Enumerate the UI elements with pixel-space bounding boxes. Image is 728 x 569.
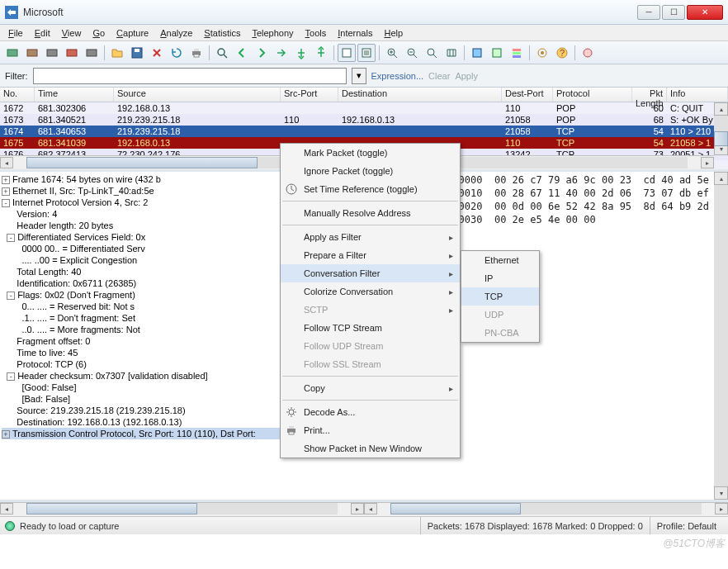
- open-icon[interactable]: [108, 44, 126, 62]
- column-header[interactable]: No.: [0, 88, 35, 102]
- start-icon[interactable]: [43, 44, 61, 62]
- column-header[interactable]: Src-Port: [281, 88, 338, 102]
- clear-button[interactable]: Clear: [428, 71, 450, 81]
- submenu-item[interactable]: Ethernet: [461, 251, 539, 269]
- menu-tools[interactable]: Tools: [300, 27, 332, 39]
- menu-item: Follow SSL Stream: [281, 355, 460, 373]
- table-row[interactable]: 1673681.340521219.239.215.18110192.168.0…: [0, 114, 728, 126]
- column-header[interactable]: Time: [35, 88, 114, 102]
- filter-input[interactable]: [33, 68, 347, 84]
- column-header[interactable]: Source: [114, 88, 281, 102]
- menu-item[interactable]: Ignore Packet (toggle): [281, 162, 460, 180]
- zoomout-icon[interactable]: [403, 44, 421, 62]
- forward-icon[interactable]: [253, 44, 271, 62]
- svg-rect-9: [194, 49, 199, 51]
- menu-item[interactable]: Copy: [281, 379, 460, 397]
- separator: [104, 45, 105, 60]
- menu-edit[interactable]: Edit: [30, 27, 55, 39]
- menu-view[interactable]: View: [57, 27, 87, 39]
- menu-item[interactable]: Conversation Filter: [281, 264, 460, 282]
- autoscroll-icon[interactable]: [357, 44, 376, 62]
- close-file-icon[interactable]: [148, 44, 166, 62]
- goto-icon[interactable]: [272, 44, 291, 62]
- menu-file[interactable]: File: [3, 27, 28, 39]
- context-menu[interactable]: Mark Packet (toggle)Ignore Packet (toggl…: [280, 143, 461, 458]
- separator: [574, 45, 575, 60]
- menu-item[interactable]: Mark Packet (toggle): [281, 144, 460, 162]
- menu-item[interactable]: Apply as Filter: [281, 228, 460, 246]
- column-header[interactable]: Info: [667, 88, 728, 102]
- conversation-filter-submenu[interactable]: EthernetIPTCPUDPPN-CBA: [461, 250, 540, 343]
- menu-telephony[interactable]: Telephony: [247, 27, 298, 39]
- stop-icon[interactable]: [63, 44, 81, 62]
- separator: [333, 45, 334, 60]
- menu-help[interactable]: Help: [379, 27, 408, 39]
- maximize-button[interactable]: ☐: [662, 5, 685, 20]
- save-icon[interactable]: [128, 44, 146, 62]
- help-icon[interactable]: ?: [553, 44, 571, 62]
- menu-item[interactable]: Show Packet in New Window: [281, 439, 460, 458]
- zoom100-icon[interactable]: [423, 44, 441, 62]
- display-filters-icon[interactable]: [488, 44, 506, 62]
- filter-dropdown[interactable]: ▾: [352, 68, 366, 84]
- first-icon[interactable]: [292, 44, 310, 62]
- status-profile[interactable]: Profile: Default: [650, 517, 723, 534]
- menu-item: Follow UDP Stream: [281, 337, 460, 355]
- menu-go[interactable]: Go: [87, 27, 110, 39]
- capture-filters-icon[interactable]: [468, 44, 486, 62]
- hex-scrollbar-h[interactable]: ◂▸: [364, 502, 728, 516]
- submenu-item[interactable]: TCP: [461, 287, 539, 306]
- column-header[interactable]: Dest-Port: [502, 88, 553, 102]
- colorize-icon[interactable]: [338, 44, 356, 62]
- menu-statistics[interactable]: Statistics: [199, 27, 245, 39]
- menu-item[interactable]: Decode As...: [281, 403, 460, 421]
- prefs-icon[interactable]: [533, 44, 551, 62]
- submenu-item[interactable]: IP: [461, 269, 539, 287]
- menu-item[interactable]: Print...: [281, 421, 460, 439]
- menu-item[interactable]: Prepare a Filter: [281, 246, 460, 264]
- extra-icon[interactable]: [579, 44, 597, 62]
- close-button[interactable]: ✕: [687, 5, 723, 20]
- column-header[interactable]: Destination: [338, 88, 502, 102]
- apply-button[interactable]: Apply: [455, 71, 478, 81]
- submenu-item: UDP: [461, 306, 539, 324]
- reload-icon[interactable]: [168, 44, 186, 62]
- packet-columns[interactable]: No.TimeSourceSrc-PortDestinationDest-Por…: [0, 88, 728, 102]
- column-header[interactable]: Protocol: [553, 88, 632, 102]
- expression-button[interactable]: Expression...: [371, 71, 424, 81]
- watermark: @51CTO博客: [663, 537, 725, 551]
- status-led-icon: [5, 521, 15, 531]
- restart-icon[interactable]: [83, 44, 101, 62]
- menu-item[interactable]: Manually Resolve Address: [281, 204, 460, 222]
- menu-item[interactable]: Set Time Reference (toggle): [281, 180, 460, 198]
- submenu-item: PN-CBA: [461, 324, 539, 342]
- resize-cols-icon[interactable]: [442, 44, 461, 62]
- back-icon[interactable]: [233, 44, 251, 62]
- tree-scrollbar-h[interactable]: ◂▸: [0, 502, 364, 516]
- menu-item[interactable]: Colorize Conversation: [281, 282, 460, 301]
- interfaces-icon[interactable]: [3, 44, 21, 62]
- menu-analyze[interactable]: Analyze: [155, 27, 197, 39]
- packet-scrollbar-v[interactable]: ▴▾: [714, 102, 728, 155]
- hex-scrollbar-v[interactable]: ▴▾: [714, 172, 728, 500]
- find-icon[interactable]: [213, 44, 231, 62]
- table-row[interactable]: 1672681.302306192.168.0.13110POP60C: QUI…: [0, 102, 728, 114]
- zoomin-icon[interactable]: [383, 44, 401, 62]
- menu-internals[interactable]: Internals: [333, 27, 377, 39]
- coloring-rules-icon[interactable]: [508, 44, 526, 62]
- menubar: FileEditViewGoCaptureAnalyzeStatisticsTe…: [0, 25, 728, 41]
- minimize-button[interactable]: ─: [637, 5, 660, 20]
- bottom-scrollbars: ◂▸ ◂▸: [0, 502, 728, 516]
- gear-icon: [285, 405, 298, 419]
- table-row[interactable]: 1674681.340653219.239.215.1821058TCP5411…: [0, 126, 728, 137]
- column-header[interactable]: Pkt Length: [632, 88, 667, 102]
- svg-rect-4: [67, 50, 77, 56]
- last-icon[interactable]: [312, 44, 330, 62]
- menu-item[interactable]: Follow TCP Stream: [281, 319, 460, 337]
- svg-text:?: ?: [560, 48, 565, 58]
- menu-capture[interactable]: Capture: [111, 27, 154, 39]
- options-icon[interactable]: [23, 44, 41, 62]
- separator: [464, 45, 465, 60]
- print-icon[interactable]: [187, 44, 206, 62]
- svg-rect-19: [513, 49, 521, 51]
